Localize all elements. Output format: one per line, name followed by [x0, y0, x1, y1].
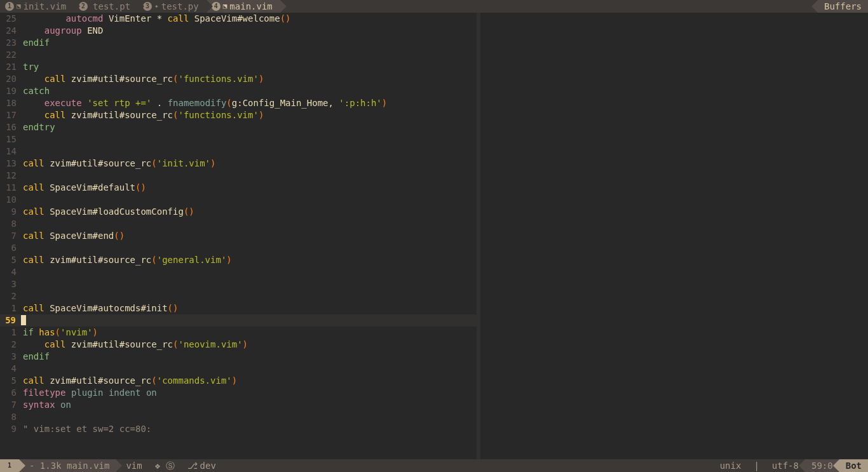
code-line[interactable]: 7call SpaceVim#end() [0, 230, 480, 242]
code-line[interactable]: 4 [0, 363, 480, 375]
code-line[interactable]: 6filetype plugin indent on [0, 387, 480, 399]
line-number: 25 [0, 13, 19, 25]
code-line[interactable]: 18 execute 'set rtp +=' . fnamemodify(g:… [0, 97, 480, 109]
code-line[interactable]: 9call SpaceVim#loadCustomConfig() [0, 206, 480, 218]
line-number: 17 [0, 109, 19, 121]
status-file-info: - 1.3k main.vim [19, 459, 116, 472]
status-branch: ⎇ dev [181, 459, 222, 472]
code-line[interactable]: 21try [0, 61, 480, 73]
code-content [18, 314, 480, 327]
code-content: if has('nvim') [19, 327, 98, 339]
line-number: 16 [0, 121, 19, 133]
code-line[interactable]: 15 [0, 133, 480, 145]
line-number: 2 [0, 339, 19, 351]
code-line[interactable]: 11call SpaceVim#default() [0, 182, 480, 194]
code-line[interactable]: 25 autocmd VimEnter * call SpaceVim#welc… [0, 13, 480, 25]
color-column [477, 13, 480, 459]
code-content: syntax on [19, 399, 71, 411]
code-line[interactable]: 12 [0, 170, 480, 182]
code-line[interactable]: 1if has('nvim') [0, 327, 480, 339]
code-content: call SpaceVim#loadCustomConfig() [19, 206, 194, 218]
code-line[interactable]: 24 augroup END [0, 25, 480, 37]
tab-init-vim[interactable]: 1⬔init.vim [0, 0, 74, 13]
code-line[interactable]: 3endif [0, 351, 480, 363]
code-line[interactable]: 4 [0, 266, 480, 278]
line-number: 4 [0, 363, 19, 375]
code-content: filetype plugin indent on [19, 387, 157, 399]
line-number: 11 [0, 182, 19, 194]
tab-test-pt[interactable]: 2test.pt [74, 0, 138, 13]
code-line[interactable]: 16endtry [0, 121, 480, 133]
code-line[interactable]: 1call SpaceVim#autocmds#init() [0, 302, 480, 314]
line-number: 22 [0, 49, 19, 61]
code-content: augroup END [19, 25, 103, 37]
code-line[interactable]: 5call zvim#util#source_rc('commands.vim'… [0, 375, 480, 387]
line-number: 3 [0, 351, 19, 363]
code-content: execute 'set rtp +=' . fnamemodify(g:Con… [19, 97, 387, 109]
status-percent: Bot [839, 459, 868, 472]
code-content [19, 218, 23, 230]
code-line[interactable]: 19catch [0, 85, 480, 97]
cursor [21, 315, 26, 325]
code-content: call zvim#util#source_rc('init.vim') [19, 158, 215, 170]
tab-number-badge: 1 [5, 2, 14, 11]
line-number: 4 [0, 266, 19, 278]
line-number: 8 [0, 218, 19, 230]
line-number: 19 [0, 85, 19, 97]
line-number: 2 [0, 290, 19, 302]
code-line[interactable]: 59 [0, 314, 480, 327]
code-line[interactable]: 14 [0, 145, 480, 158]
code-line[interactable]: 5call zvim#util#source_rc('general.vim') [0, 254, 480, 266]
line-number: 1 [0, 302, 19, 314]
code-line[interactable]: 2 call zvim#util#source_rc('neovim.vim') [0, 339, 480, 351]
code-line[interactable]: 3 [0, 278, 480, 290]
line-number: 8 [0, 411, 19, 423]
code-content: call SpaceVim#autocmds#init() [19, 302, 178, 314]
code-line[interactable]: 20 call zvim#util#source_rc('functions.v… [0, 73, 480, 85]
code-content: try [19, 61, 39, 73]
line-number: 5 [0, 254, 19, 266]
window-number-badge: 1 [5, 461, 14, 470]
code-content: call zvim#util#source_rc('neovim.vim') [19, 339, 248, 351]
code-line[interactable]: 8 [0, 218, 480, 230]
branch-name: dev [200, 459, 216, 472]
line-number: 12 [0, 170, 19, 182]
code-line[interactable]: 7syntax on [0, 399, 480, 411]
code-line[interactable]: 9" vim:set et sw=2 cc=80: [0, 423, 480, 435]
code-line[interactable]: 22 [0, 49, 480, 61]
editor-pane-left[interactable]: 25 autocmd VimEnter * call SpaceVim#welc… [0, 13, 480, 459]
buffers-label[interactable]: Buffers [818, 0, 868, 13]
code-content: call zvim#util#source_rc('commands.vim') [19, 375, 237, 387]
code-content: call zvim#util#source_rc('functions.vim'… [19, 73, 264, 85]
line-number: 18 [0, 97, 19, 109]
tab-number-badge: 2 [79, 2, 88, 11]
tab-main-vim[interactable]: 4⬔main.vim [207, 0, 280, 13]
tab-label: init.vim [24, 0, 66, 13]
code-content [19, 290, 23, 302]
line-number: 3 [0, 278, 19, 290]
tab-label: test.py [161, 0, 199, 13]
line-number: 14 [0, 145, 19, 158]
code-content: autocmd VimEnter * call SpaceVim#welcome… [19, 13, 290, 25]
code-content [19, 49, 23, 61]
code-content [19, 363, 23, 375]
code-line[interactable]: 13call zvim#util#source_rc('init.vim') [0, 158, 480, 170]
code-content [19, 194, 23, 206]
editor-pane-right[interactable] [480, 13, 868, 459]
file-icon: ✦ [154, 0, 159, 13]
code-line[interactable]: 10 [0, 194, 480, 206]
tab-label: test.pt [93, 0, 130, 13]
tab-test-py[interactable]: 3✦test.py [138, 0, 207, 13]
line-number: 9 [0, 423, 19, 435]
line-number: 23 [0, 37, 19, 49]
code-line[interactable]: 8 [0, 411, 480, 423]
line-number: 13 [0, 158, 19, 170]
code-line[interactable]: 23endif [0, 37, 480, 49]
line-number: 9 [0, 206, 19, 218]
line-number: 21 [0, 61, 19, 73]
code-line[interactable]: 2 [0, 290, 480, 302]
code-line[interactable]: 17 call zvim#util#source_rc('functions.v… [0, 109, 480, 121]
status-mode: 1 [0, 459, 19, 472]
line-number: 24 [0, 25, 19, 37]
code-line[interactable]: 6 [0, 242, 480, 254]
